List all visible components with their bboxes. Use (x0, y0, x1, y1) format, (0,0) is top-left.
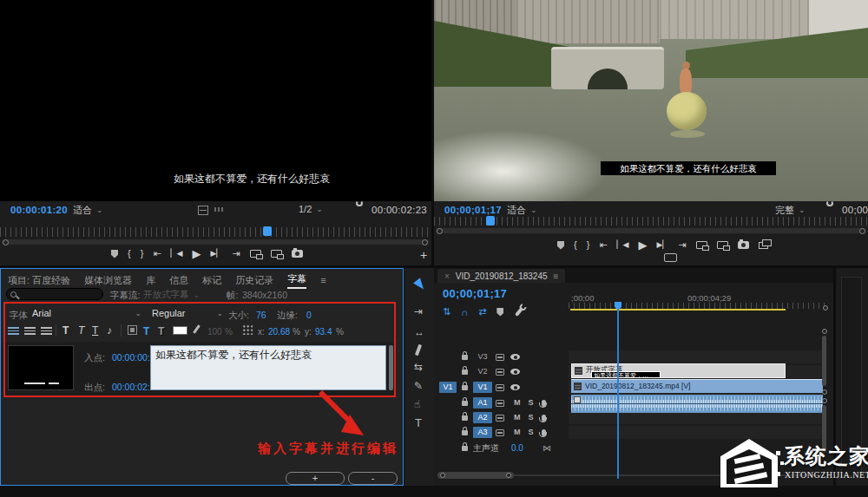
eye-icon[interactable] (510, 354, 520, 360)
work-area-bar[interactable] (570, 309, 786, 311)
hand-tool-icon[interactable]: ☝ (414, 399, 420, 409)
solo-button[interactable]: S (529, 428, 534, 436)
selection-tool-icon[interactable] (413, 278, 427, 291)
vscroll-handle[interactable] (822, 398, 827, 403)
tab-info[interactable]: 信息 (169, 274, 188, 287)
linked-selection-icon[interactable]: ⇄ (478, 306, 486, 317)
insert-mode-icon[interactable]: ⇅ (443, 306, 450, 317)
align-center-icon[interactable] (24, 327, 36, 335)
lock-icon[interactable] (462, 369, 468, 375)
track-select-tool-icon[interactable]: ⇥ (414, 306, 423, 317)
color-swatch[interactable] (173, 326, 187, 335)
go-to-out-button[interactable]: ⇥ (232, 249, 240, 258)
safe-margins-icon[interactable] (664, 253, 677, 262)
sync-lock-icon[interactable] (496, 384, 504, 391)
extract-icon[interactable] (717, 241, 728, 249)
snap-icon[interactable]: ∩ (461, 307, 468, 317)
program-scrollbar-handle-left[interactable] (437, 228, 443, 234)
lock-icon[interactable] (462, 430, 468, 435)
mark-out-button[interactable]: } (141, 249, 144, 258)
bold-button[interactable]: T (62, 325, 69, 336)
lift-icon[interactable] (696, 241, 707, 249)
razor-tool-icon[interactable] (415, 344, 422, 356)
overwrite-icon[interactable] (271, 250, 282, 258)
go-to-in-button[interactable]: ⇤ (153, 249, 161, 258)
panel-menu-icon[interactable]: ≡ (554, 271, 559, 281)
program-timecode[interactable]: 00;00;01;17 (444, 205, 502, 215)
settings-output-icon[interactable] (198, 206, 208, 215)
mute-button[interactable]: M (514, 399, 521, 407)
step-forward-button[interactable]: ▶▏ (656, 241, 668, 249)
eyedropper-icon[interactable] (193, 324, 201, 334)
timeline-vscrollbar-video[interactable] (822, 336, 826, 386)
tab-media-browser[interactable]: 媒体浏览器 (84, 274, 132, 287)
timeline-timecode[interactable]: 00;00;01;17 (443, 287, 507, 300)
x-value[interactable]: 20.68 (268, 327, 290, 337)
add-marker-icon[interactable] (557, 241, 564, 250)
edge-value[interactable]: 0 (306, 310, 312, 320)
source-scrubber-ruler[interactable] (0, 227, 431, 237)
track-label-v1[interactable]: V1 (473, 382, 492, 393)
timeline-tab[interactable]: × VID_20190812_183245 ≡ (437, 269, 565, 283)
timeline-settings-wrench-icon[interactable] (515, 307, 523, 317)
track-label-a2[interactable]: A2 (473, 412, 492, 423)
mute-button[interactable]: M (514, 428, 521, 436)
step-back-button[interactable]: ▏◀ (617, 241, 629, 249)
caption-stream-select[interactable]: 开放式字幕⌄ (143, 289, 200, 301)
remove-caption-button[interactable]: - (348, 472, 398, 485)
align-left-icon[interactable] (8, 327, 19, 335)
track-label-v3[interactable]: V3 (473, 351, 492, 363)
add-marker-icon[interactable] (496, 308, 503, 317)
pan-icon[interactable]: ⋈ (542, 443, 551, 453)
lock-icon[interactable] (462, 385, 468, 390)
hscroll-handle-left[interactable] (440, 473, 445, 478)
lock-icon[interactable] (462, 401, 468, 406)
program-scrollbar[interactable] (436, 228, 866, 233)
comparison-view-icon[interactable] (759, 242, 768, 249)
go-to-out-button[interactable]: ⇥ (678, 240, 686, 250)
source-patch-v1[interactable]: V1 (439, 382, 457, 393)
type-tool-icon[interactable]: T (415, 417, 422, 428)
lock-icon[interactable] (462, 415, 468, 421)
timeline-ruler[interactable] (569, 303, 827, 309)
track-label-a3[interactable]: A3 (473, 427, 492, 438)
insert-icon[interactable] (250, 250, 261, 258)
go-to-in-button[interactable]: ⇤ (599, 240, 607, 250)
search-input[interactable] (6, 288, 103, 300)
source-scrollbar-handle-left[interactable] (3, 239, 9, 245)
program-scrollbar-handle-right[interactable] (859, 228, 865, 234)
panel-menu-icon[interactable]: ≡ (320, 276, 326, 285)
font-style-select[interactable]: Regular⌄ (152, 308, 223, 318)
timeline-playhead-line[interactable] (617, 309, 619, 479)
source-scrollbar-handle-right[interactable] (422, 239, 428, 245)
play-button[interactable]: ▶ (192, 248, 201, 259)
close-icon[interactable]: × (444, 271, 450, 281)
hscroll-handle-right[interactable] (506, 473, 511, 478)
vertical-divider[interactable] (431, 0, 434, 265)
mute-button[interactable]: M (514, 414, 521, 422)
add-marker-icon[interactable] (111, 250, 118, 258)
program-quality-select[interactable]: 完整⌄ (775, 204, 806, 217)
caption-thumbnail[interactable] (8, 345, 74, 390)
source-timecode[interactable]: 00:00:01:20 (10, 205, 68, 215)
tab-project[interactable]: 项目: 百度经验 (8, 274, 70, 287)
sync-lock-icon[interactable] (496, 429, 504, 436)
pen-tool-icon[interactable]: ✎ (414, 381, 423, 391)
step-back-button[interactable]: ▏◀ (171, 250, 183, 258)
align-right-icon[interactable] (41, 327, 52, 335)
font-family-select[interactable]: Arial⌄ (32, 308, 141, 318)
slip-tool-icon[interactable]: ⇆ (414, 362, 423, 372)
font-size-value[interactable]: 76 (256, 310, 266, 320)
mark-in-button[interactable]: { (128, 249, 131, 258)
sync-lock-icon[interactable] (496, 369, 504, 376)
eye-icon[interactable] (510, 369, 520, 375)
fill-color-button[interactable]: T (143, 325, 149, 337)
source-zoom-select[interactable]: 适合⌄ (73, 204, 103, 217)
button-editor-plus[interactable]: + (420, 249, 427, 261)
program-scrubber-ruler[interactable] (434, 217, 868, 226)
track-label-v2[interactable]: V2 (473, 366, 492, 377)
audio-clip[interactable] (571, 395, 823, 413)
stroke-color-button[interactable]: T (158, 325, 164, 337)
tab-captions[interactable]: 字幕 (287, 272, 306, 289)
play-button[interactable]: ▶ (638, 239, 647, 251)
